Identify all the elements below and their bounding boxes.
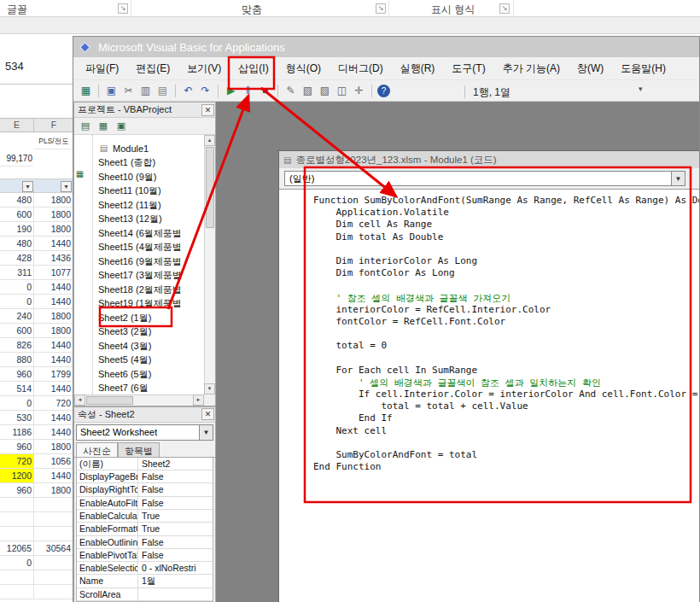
sheet-cell-e[interactable]: 0 [0, 396, 34, 410]
sheet-cell-f[interactable]: 1440 [34, 338, 73, 352]
project-explorer-header[interactable]: 프로젝트 - VBAProject ✕ [74, 102, 215, 118]
project-tree-item[interactable]: ▦Sheet15 (4월제품별 [74, 241, 204, 255]
sheet-cell-e[interactable]: 0 [0, 280, 34, 294]
sheet-cell-e[interactable] [0, 512, 34, 526]
sheet-cell-e[interactable]: 1186 [0, 425, 34, 439]
project-tree-item[interactable]: ▦Sheet6 (5월) [74, 367, 204, 382]
dialog-launcher-icon[interactable]: ↘ [499, 3, 510, 14]
undo-icon[interactable]: ↶ [181, 84, 195, 98]
project-tree-item[interactable]: ▦Sheet16 (9월제품별 [74, 254, 204, 269]
sheet-cell-e[interactable]: 311 [0, 266, 34, 279]
sheet-cell-f[interactable] [34, 585, 73, 599]
close-icon[interactable]: ✕ [201, 408, 214, 420]
column-header-f[interactable]: F [34, 119, 73, 132]
menu-item-insert[interactable]: 삽입(I) [230, 58, 277, 79]
dialog-launcher-icon[interactable]: ↘ [376, 3, 386, 14]
filter-dropdown-icon[interactable]: ▼ [22, 181, 33, 192]
code-area[interactable]: Function SumByColorAndFont(SumRange As R… [279, 189, 699, 602]
project-tree-item[interactable]: ▦Sheet3 (2월) [74, 325, 204, 340]
sheet-cell-f[interactable]: 30564 [34, 541, 73, 555]
property-row[interactable]: ScrollArea [77, 588, 213, 601]
sheet-cell-f[interactable] [34, 527, 73, 541]
horizontal-scrollbar[interactable]: ◄ ► [74, 395, 204, 406]
sheet-cell-f[interactable]: 1440 [34, 469, 73, 482]
sheet-cell-e[interactable]: 514 [0, 382, 34, 395]
sheet-cell-f[interactable]: 1800 [34, 222, 73, 236]
sheet-cell-f[interactable]: 720 [34, 396, 73, 410]
dropdown-arrow-icon[interactable]: ▼ [199, 425, 213, 440]
sheet-cell-e[interactable]: 480 [0, 193, 34, 207]
tab-alphabetic[interactable]: 사전순 [76, 442, 118, 457]
project-tree-item[interactable]: ▤Module1 [74, 142, 204, 156]
scroll-left-icon[interactable]: ◄ [74, 395, 85, 406]
property-row[interactable]: EnableFormatCTrue [77, 523, 213, 535]
sheet-cell-e[interactable] [0, 570, 34, 584]
break-icon[interactable]: ‖ [241, 84, 255, 98]
sheet-cell-f[interactable] [34, 498, 73, 511]
sheet-cell-f[interactable]: 1800 [34, 309, 73, 323]
property-row[interactable]: DisplayRightToFalse [77, 483, 213, 496]
sheet-cell-f[interactable]: 1440 [34, 280, 73, 294]
sheet-cell-e[interactable]: 530 [0, 411, 34, 424]
scroll-down-icon[interactable]: ▼ [204, 383, 215, 395]
sheet-cell-e[interactable]: 0 [0, 295, 34, 308]
sheet-cell-f[interactable] [34, 570, 73, 584]
copy-icon[interactable]: ▥ [138, 84, 153, 98]
object-browser-icon[interactable]: ◫ [335, 84, 349, 98]
project-explorer-icon[interactable]: ▧ [300, 84, 315, 98]
sheet-cell-f[interactable]: 1440 [34, 382, 73, 395]
project-tree-item[interactable]: ▦Sheet2 (1월) [74, 311, 204, 325]
scrollbar-thumb[interactable] [86, 396, 133, 405]
design-mode-icon[interactable]: ✎ [283, 84, 298, 98]
sheet-cell-e[interactable]: 600 [0, 207, 34, 221]
menu-item-format[interactable]: 형식(O) [277, 58, 330, 79]
project-tree-item[interactable]: ▦Sheet1 (종합) [74, 156, 204, 171]
menu-item-file[interactable]: 파일(F) [77, 58, 127, 79]
help-icon[interactable]: ? [377, 85, 390, 97]
menu-item-help[interactable]: 도움말(H) [612, 58, 674, 79]
code-window-titlebar[interactable]: ▤ 종로별성형2023년_123.xlsm - Module1 (코드) [279, 151, 699, 168]
filter-dropdown-icon[interactable]: ▼ [61, 181, 72, 192]
toolbox-icon[interactable]: ✛ [352, 84, 366, 98]
property-row[interactable]: DisplayPageBrFalse [77, 470, 213, 483]
property-row[interactable]: (이름)Sheet2 [77, 458, 213, 470]
sheet-cell-e[interactable]: 880 [0, 353, 34, 366]
sheet-cell-e[interactable]: 826 [0, 338, 34, 352]
properties-header[interactable]: 속성 - Sheet2 ✕ [74, 407, 215, 423]
sheet-cell-e[interactable]: 0 [0, 556, 34, 570]
sheet-cell-e[interactable]: 190 [0, 222, 34, 236]
sheet-cell-e[interactable] [0, 527, 34, 541]
scroll-up-icon[interactable]: ▲ [204, 135, 215, 146]
sheet-cell-f[interactable]: 1800 [34, 324, 73, 337]
project-tree-item[interactable]: ▦Sheet19 (1월제품별 [74, 297, 204, 312]
sheet-cell-e[interactable]: 720 [0, 454, 34, 468]
property-row[interactable]: EnableOutlininFalse [77, 536, 213, 549]
dropdown-arrow-icon[interactable]: ▼ [671, 172, 685, 185]
sheet-cell-e[interactable] [0, 498, 34, 511]
sheet-cell-f[interactable]: 1440 [34, 353, 73, 366]
property-row[interactable]: EnableAutoFilteFalse [77, 497, 213, 510]
sheet-cell-e[interactable]: 1200 [0, 469, 34, 482]
close-icon[interactable]: ✕ [201, 104, 214, 116]
sheet-cell-f[interactable]: 1056 [34, 454, 73, 468]
project-tree-item[interactable]: ▦Sheet17 (3월제품별 [74, 269, 204, 283]
view-object-icon[interactable]: ▦ [96, 120, 110, 132]
project-tree-item[interactable]: ▦Sheet11 (10월) [74, 184, 204, 199]
menu-item-addins[interactable]: 추가 기능(A) [494, 58, 569, 79]
sheet-cell-e[interactable] [0, 585, 34, 599]
column-header-e[interactable]: E [0, 119, 34, 132]
sheet-cell-f[interactable]: 1436 [34, 251, 73, 265]
sheet-cell-f[interactable]: 1799 [34, 367, 73, 381]
tab-categorized[interactable]: 항목별 [118, 442, 160, 457]
property-row[interactable]: EnableCalculatTrue [77, 510, 213, 523]
sheet-cell-e[interactable]: 480 [0, 237, 34, 250]
paste-icon[interactable]: ▤ [155, 84, 170, 98]
property-row[interactable]: Name1월 [77, 575, 213, 587]
excel-icon[interactable]: ▦ [79, 84, 93, 98]
cut-icon[interactable]: ✂ [121, 84, 136, 98]
project-tree-item[interactable]: ▦Sheet12 (11월) [74, 198, 204, 213]
sheet-cell-e[interactable]: 960 [0, 367, 34, 381]
sheet-cell-f[interactable]: 1440 [34, 237, 73, 250]
run-icon[interactable]: ▶ [224, 84, 238, 98]
menu-item-window[interactable]: 창(W) [569, 58, 612, 79]
